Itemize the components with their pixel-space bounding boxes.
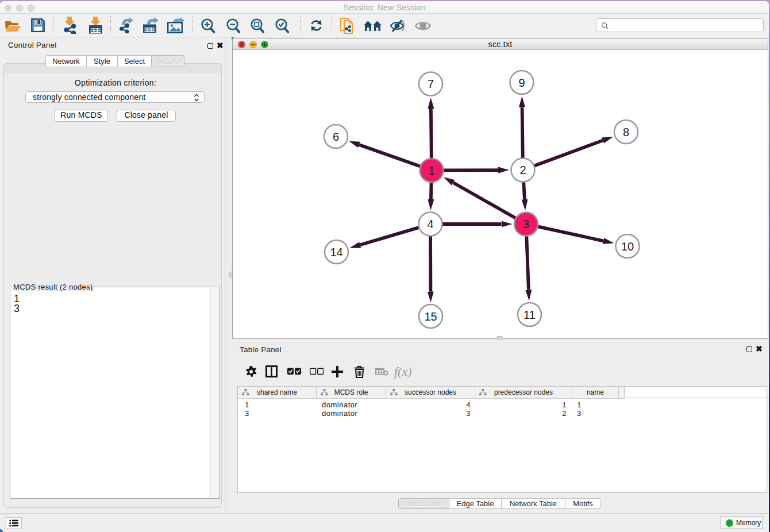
svg-text:4: 4 bbox=[427, 218, 433, 230]
svg-text:15: 15 bbox=[424, 310, 437, 323]
svg-text:8: 8 bbox=[623, 126, 629, 138]
svg-text:3: 3 bbox=[523, 218, 529, 230]
svg-text:10: 10 bbox=[621, 240, 634, 253]
svg-text:1: 1 bbox=[428, 164, 434, 177]
svg-text:2: 2 bbox=[519, 164, 526, 176]
svg-text:9: 9 bbox=[518, 76, 525, 89]
svg-text:14: 14 bbox=[330, 246, 342, 259]
svg-text:6: 6 bbox=[333, 130, 339, 143]
svg-text:7: 7 bbox=[428, 78, 434, 90]
svg-text:11: 11 bbox=[523, 309, 536, 321]
